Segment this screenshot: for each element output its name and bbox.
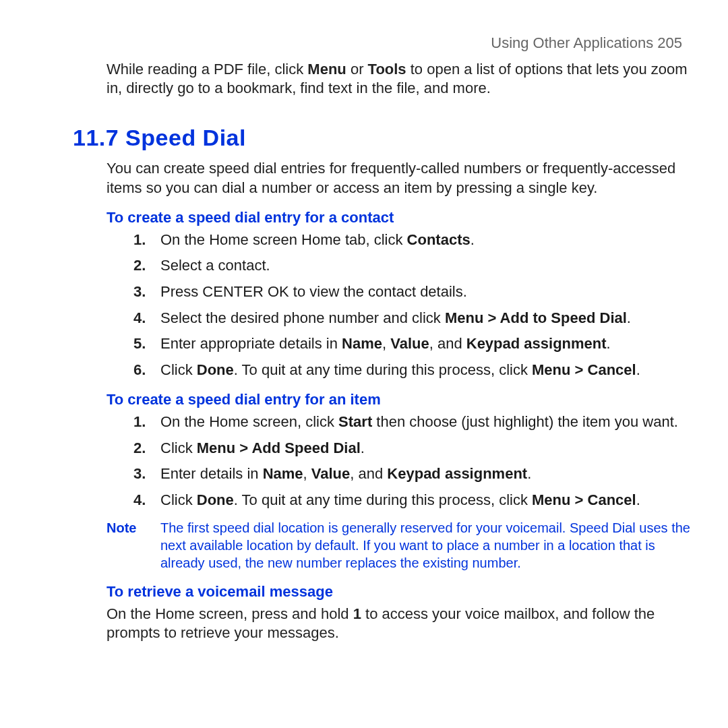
list-item: 3. Enter details in Name, Value, and Key… xyxy=(107,464,696,484)
note-label: Note xyxy=(107,519,156,572)
page-number: 205 xyxy=(657,34,682,51)
list-item: 3. Press CENTER OK to view the contact d… xyxy=(107,282,696,302)
section-intro-paragraph: You can create speed dial entries for fr… xyxy=(107,159,696,198)
list-item: 5. Enter appropriate details in Name, Va… xyxy=(107,334,696,354)
list-item: 6. Click Done. To quit at any time durin… xyxy=(107,361,696,380)
list-item: 4. Click Done. To quit at any time durin… xyxy=(107,491,696,510)
list-item: 2. Click Menu > Add Speed Dial. xyxy=(107,439,696,458)
subheading-create-item: To create a speed dial entry for an item xyxy=(107,390,696,410)
list-item: 1. On the Home screen, click Start then … xyxy=(107,413,696,432)
steps-create-item: 1. On the Home screen, click Start then … xyxy=(107,413,696,510)
list-item: 1. On the Home screen Home tab, click Co… xyxy=(107,231,696,250)
subheading-create-contact: To create a speed dial entry for a conta… xyxy=(107,208,696,228)
document-page: Using Other Applications 205 While readi… xyxy=(0,0,728,728)
section-heading-speed-dial: 11.7 Speed Dial xyxy=(73,123,696,152)
subheading-voicemail: To retrieve a voicemail message xyxy=(107,582,696,602)
note-body: The first speed dial location is general… xyxy=(156,519,696,572)
running-title: Using Other Applications xyxy=(491,34,653,51)
running-header: Using Other Applications 205 xyxy=(32,34,696,53)
pdf-intro-paragraph: While reading a PDF file, click Menu or … xyxy=(107,60,696,98)
voicemail-paragraph: On the Home screen, press and hold 1 to … xyxy=(107,605,696,643)
note-block: Note The first speed dial location is ge… xyxy=(107,519,696,572)
list-item: 2. Select a contact. xyxy=(107,256,696,276)
steps-create-contact: 1. On the Home screen Home tab, click Co… xyxy=(107,231,696,380)
list-item: 4. Select the desired phone number and c… xyxy=(107,309,696,328)
